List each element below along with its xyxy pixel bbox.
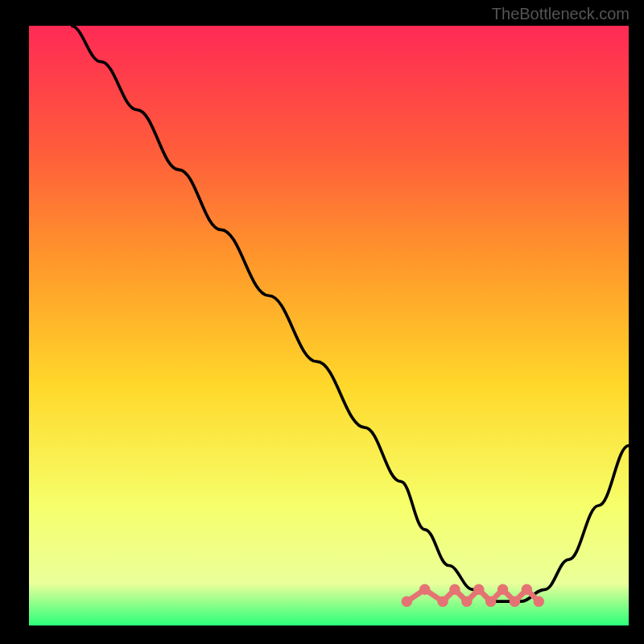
svg-point-10	[534, 596, 544, 606]
svg-point-8	[510, 596, 520, 606]
svg-point-5	[473, 584, 484, 595]
svg-point-0	[402, 596, 412, 606]
chart-svg	[29, 26, 629, 625]
svg-point-6	[485, 596, 496, 606]
watermark-text: TheBottleneck.com	[492, 5, 630, 23]
chart-container: TheBottleneck.com	[0, 0, 644, 644]
svg-point-3	[449, 584, 460, 595]
plot-area	[29, 26, 629, 625]
svg-point-9	[522, 584, 532, 595]
svg-point-7	[497, 584, 508, 595]
svg-point-4	[461, 596, 472, 606]
gradient-background	[29, 26, 629, 625]
svg-point-2	[437, 596, 448, 606]
svg-point-1	[419, 584, 430, 595]
